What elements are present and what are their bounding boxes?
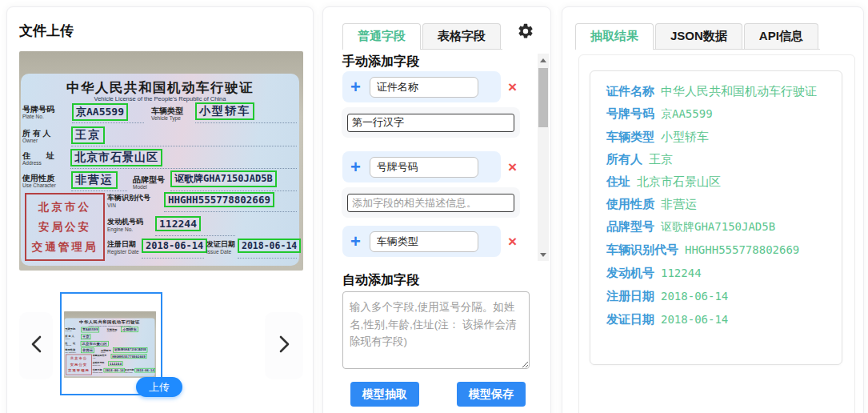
chevron-right-icon: [279, 335, 290, 356]
license-register-date-label: 注册日期 Register Date: [107, 241, 139, 255]
scroll-down-icon[interactable]: [538, 248, 549, 261]
delete-field-icon[interactable]: ×: [508, 79, 517, 94]
license-title: 中华人民共和国机动车行驶证: [21, 79, 299, 97]
tab-table-fields[interactable]: 表格字段: [422, 23, 501, 49]
file-upload-panel: 文件上传 中华人民共和国机动车行驶证 Vehicle License of th…: [6, 6, 314, 413]
detection-box-owner: 王京: [71, 126, 105, 144]
result-row: 所有人王京: [606, 150, 826, 167]
detection-box-type: 小型轿车: [195, 102, 254, 120]
add-field-icon[interactable]: +: [350, 233, 361, 251]
license-use-label: 使用性质 Use Character: [22, 174, 56, 188]
result-row: 车辆类型小型轿车: [606, 128, 826, 145]
carousel-prev-button[interactable]: [19, 312, 53, 379]
detection-box-use: 非营运: [71, 171, 118, 189]
result-row: 品牌型号讴歌牌GHA7150JAD5B: [606, 218, 826, 235]
fields-scrollbar[interactable]: [538, 54, 549, 261]
field-description-card: [342, 107, 520, 138]
detection-box-issue-date: 2018-06-14: [238, 239, 301, 253]
tab-extraction-result[interactable]: 抽取结果: [575, 23, 654, 49]
result-row: 号牌号码京AA5599: [606, 105, 826, 122]
license-address-label: 住 址 Address: [22, 151, 54, 166]
upload-button[interactable]: 上传: [136, 377, 182, 397]
license-type-label: 车辆类型 Vehicle Type: [151, 106, 183, 121]
field-description-input[interactable]: [347, 114, 514, 132]
fields-config-panel: 普通字段 表格字段 手动添加字段 + × + × + × 自: [322, 6, 551, 413]
auto-fields-textarea[interactable]: [342, 291, 530, 369]
detection-box-address: 北京市石景山区: [70, 149, 162, 166]
tab-normal-fields[interactable]: 普通字段: [342, 23, 421, 49]
detection-box-model: 讴歌牌GHA7150JAD5B: [170, 170, 277, 187]
tab-json-data[interactable]: JSON数据: [655, 23, 742, 49]
result-tab-bar: 抽取结果 JSON数据 API信息: [575, 23, 820, 50]
extraction-result-panel: 抽取结果 JSON数据 API信息 证件名称中华人民共和国机动车行驶证 号牌号码…: [562, 6, 864, 413]
result-row: 证件名称中华人民共和国机动车行驶证: [606, 82, 826, 99]
scroll-up-icon[interactable]: [538, 54, 549, 66]
result-row: 注册日期2018-06-14: [606, 287, 826, 305]
license-engine-label: 发动机号码 Engine No.: [107, 219, 143, 232]
detection-box-register-date: 2018-06-14: [142, 239, 207, 253]
field-row: + ×: [342, 71, 520, 102]
result-row: 发证日期2018-06-14: [606, 311, 826, 328]
detection-box-plate: 京AA5599: [72, 103, 128, 121]
delete-field-icon[interactable]: ×: [508, 234, 517, 249]
fields-tab-bar: 普通字段 表格字段: [342, 23, 502, 50]
license-model-label: 品牌型号 Model: [133, 175, 165, 190]
settings-gear-icon[interactable]: [517, 22, 534, 40]
result-row: 车辆识别代号HHGHH555778802669: [606, 241, 826, 259]
police-stamp: 北京市公 安局公安 交通管理局: [25, 193, 105, 261]
field-description-card: [342, 187, 520, 218]
license-issue-date-label: 发证日期 Issue Date: [206, 241, 235, 255]
auto-fields-title: 自动添加字段: [342, 272, 419, 289]
delete-field-icon[interactable]: ×: [508, 159, 517, 174]
scrollbar-thumb[interactable]: [538, 68, 548, 127]
thumbnail-license-preview: 中华人民共和国机动车行驶证 Vehicle License of the Peo…: [64, 311, 156, 378]
field-name-input[interactable]: [370, 157, 478, 178]
license-owner-label: 所 有 人 Owner: [22, 129, 51, 143]
license-vin-label: 车辆识别代号 VIN: [107, 194, 150, 208]
add-field-icon[interactable]: +: [350, 78, 361, 96]
result-key-value-card: 证件名称中华人民共和国机动车行驶证 号牌号码京AA5599 车辆类型小型轿车 所…: [590, 70, 842, 365]
vehicle-license-photo: 中华人民共和国机动车行驶证 Vehicle License of the Peo…: [19, 51, 303, 271]
field-row: + ×: [342, 151, 520, 182]
panel-title-file-upload: 文件上传: [19, 22, 74, 40]
field-description-input[interactable]: [347, 194, 514, 212]
tab-api-info[interactable]: API信息: [744, 23, 818, 49]
result-row: 使用性质非营运: [606, 195, 826, 212]
uploaded-document-image: 中华人民共和国机动车行驶证 Vehicle License of the Peo…: [19, 51, 303, 271]
result-row: 住址北京市石景山区: [606, 173, 826, 190]
field-row: + ×: [342, 226, 520, 257]
manual-fields-title: 手动添加字段: [342, 54, 419, 70]
model-save-button[interactable]: 模型保存: [457, 382, 526, 407]
result-row: 发动机号112244: [606, 264, 826, 282]
detection-box-engine: 112244: [155, 216, 201, 231]
add-field-icon[interactable]: +: [350, 158, 361, 176]
detection-box-vin: HHGHH555778802669: [164, 192, 274, 207]
chevron-left-icon: [31, 335, 42, 356]
field-name-input[interactable]: [370, 77, 478, 98]
carousel-next-button[interactable]: [265, 312, 303, 379]
model-extract-button[interactable]: 模型抽取: [350, 382, 419, 407]
vehicle-license-card: 中华人民共和国机动车行驶证 Vehicle License of the Peo…: [21, 74, 299, 266]
license-plate-label: 号牌号码 Plate No.: [22, 105, 54, 119]
field-name-input[interactable]: [370, 231, 478, 252]
license-subtitle: Vehicle License of the People's Republic…: [21, 95, 299, 102]
